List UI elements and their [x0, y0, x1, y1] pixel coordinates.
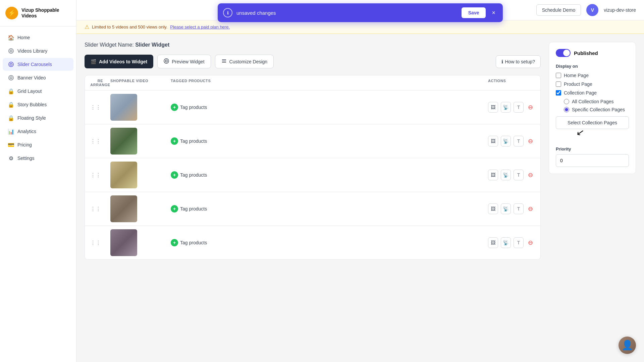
delete-row-button[interactable]: ⊖ — [526, 170, 535, 180]
drag-handle[interactable]: ⋮⋮ — [90, 172, 110, 178]
sidebar-item-analytics[interactable]: 📊 Analytics — [3, 125, 73, 138]
how-to-setup-button[interactable]: ℹ How to setup? — [496, 55, 541, 68]
delete-row-button[interactable]: ⊖ — [526, 238, 535, 247]
drag-handle[interactable]: ⋮⋮ — [90, 240, 110, 246]
sidebar-logo: ⚡ Vizup Shoppable Videos — [0, 0, 76, 26]
wifi-action-button[interactable]: 📡 — [501, 170, 511, 180]
sidebar-item-home[interactable]: 🏠 Home — [3, 31, 73, 44]
customize-design-button[interactable]: Customize Design — [215, 55, 274, 68]
sidebar-item-grid-layout[interactable]: 🔒 Grid Layout — [3, 85, 73, 98]
drag-handle[interactable]: ⋮⋮ — [90, 104, 110, 111]
sidebar-item-pricing[interactable]: 💳 Pricing — [3, 138, 73, 151]
text-action-button[interactable]: T — [514, 237, 524, 248]
collection-page-checkbox-item[interactable]: Collection Page — [556, 90, 629, 96]
text-action-button[interactable]: T — [514, 102, 524, 113]
pricing-icon: 💳 — [8, 142, 14, 148]
delete-row-button[interactable]: ⊖ — [526, 103, 535, 112]
support-avatar[interactable]: 👤 — [619, 337, 636, 354]
image-action-button[interactable]: 🖼 — [488, 203, 498, 214]
image-action-button[interactable]: 🖼 — [488, 136, 498, 146]
tag-products-button[interactable]: + Tag products — [171, 137, 488, 145]
svg-point-1 — [10, 50, 12, 52]
sidebar-item-label: Slider Carousels — [17, 62, 52, 67]
warning-text: Limited to 5 videos and 500 views only. — [92, 24, 167, 29]
sidebar-item-story-bubbles[interactable]: 🔒 Story Bubbles — [3, 98, 73, 111]
product-page-checkbox[interactable] — [556, 81, 561, 87]
save-button[interactable]: Save — [462, 7, 486, 18]
lock-icon: 🔒 — [8, 88, 14, 94]
tag-products-button[interactable]: + Tag products — [171, 104, 488, 111]
row-actions: 🖼 📡 T ⊖ — [488, 203, 535, 214]
wifi-action-button[interactable]: 📡 — [501, 203, 511, 214]
sidebar-item-banner-video[interactable]: Banner Video — [3, 71, 73, 84]
drag-handle[interactable]: ⋮⋮ — [90, 138, 110, 144]
banner-video-icon — [8, 75, 14, 81]
text-action-button[interactable]: T — [514, 136, 524, 146]
info-icon: ℹ — [223, 8, 232, 17]
all-collection-radio-item[interactable]: All Collection Pages — [564, 99, 629, 104]
drag-handle[interactable]: ⋮⋮ — [90, 206, 110, 212]
preview-widget-button[interactable]: Preview Widget — [157, 55, 211, 68]
text-action-button[interactable]: T — [514, 203, 524, 214]
specific-collection-radio-item[interactable]: Specific Collection Pages — [564, 107, 629, 112]
plus-icon: + — [171, 205, 178, 213]
image-action-button[interactable]: 🖼 — [488, 170, 498, 180]
sidebar-item-videos-library[interactable]: Videos Library — [3, 45, 73, 57]
sidebar-item-floating-style[interactable]: 🔒 Floating Style — [3, 112, 73, 124]
tag-products-button[interactable]: + Tag products — [171, 239, 488, 246]
widget-name: Slider Widget Name: Slider Widget — [85, 42, 541, 48]
app-logo-text: Vizup Shoppable Videos — [21, 7, 59, 19]
image-action-button[interactable]: 🖼 — [488, 237, 498, 248]
tag-products-button[interactable]: + Tag products — [171, 171, 488, 179]
user-avatar: V — [586, 4, 598, 16]
priority-input[interactable] — [556, 154, 629, 167]
svg-point-7 — [165, 60, 167, 62]
delete-row-button[interactable]: ⊖ — [526, 136, 535, 146]
add-videos-button[interactable]: 🎬 Add Videos to Widget — [85, 55, 153, 68]
sidebar-item-settings[interactable]: ⚙ Settings — [3, 152, 73, 165]
preview-icon — [164, 58, 169, 65]
table-row: ⋮⋮ + Tag products 🖼 📡 T ⊖ — [85, 158, 540, 192]
table-row: ⋮⋮ + Tag products 🖼 📡 T ⊖ — [85, 192, 540, 226]
product-page-label: Product Page — [564, 81, 592, 87]
video-thumbnail — [110, 128, 137, 155]
tag-products-label: Tag products — [180, 206, 207, 212]
specific-collection-radio[interactable] — [564, 107, 569, 112]
published-toggle[interactable] — [556, 49, 571, 57]
main-area: ℹ unsaved changes Save × Schedule Demo V… — [76, 0, 644, 362]
toggle-knob — [563, 50, 570, 56]
info-icon: ℹ — [501, 59, 503, 64]
all-collection-radio[interactable] — [564, 99, 569, 104]
schedule-demo-button[interactable]: Schedule Demo — [536, 4, 581, 16]
tag-products-button[interactable]: + Tag products — [171, 205, 488, 213]
home-page-checkbox[interactable] — [556, 73, 561, 78]
select-collection-button[interactable]: Select Collection Pages — [556, 116, 629, 129]
plus-icon: + — [171, 239, 178, 246]
tag-products-label: Tag products — [180, 240, 207, 245]
wifi-action-button[interactable]: 📡 — [501, 136, 511, 146]
wifi-action-button[interactable]: 📡 — [501, 237, 511, 248]
upgrade-plan-link[interactable]: Please select a paid plan here. — [170, 24, 230, 29]
home-page-checkbox-item[interactable]: Home Page — [556, 73, 629, 78]
sidebar-nav: 🏠 Home Videos Library Slider Carousels B… — [0, 26, 76, 362]
close-banner-button[interactable]: × — [490, 9, 497, 17]
delete-row-button[interactable]: ⊖ — [526, 204, 535, 214]
image-action-button[interactable]: 🖼 — [488, 102, 498, 113]
collection-page-checkbox[interactable] — [556, 90, 561, 96]
svg-point-2 — [9, 62, 13, 67]
sidebar-item-label: Pricing — [17, 142, 32, 147]
priority-section: Priority — [556, 146, 629, 167]
customize-icon — [221, 58, 227, 65]
product-page-checkbox-item[interactable]: Product Page — [556, 81, 629, 87]
sidebar-item-slider-carousels[interactable]: Slider Carousels — [3, 58, 73, 71]
videos-table: RE ARRANGE SHOPPABLE VIDEO TAGGED PRODUC… — [85, 75, 541, 260]
cursor-arrow-indicator: ↙ — [576, 127, 629, 145]
header-products: TAGGED PRODUCTS — [171, 79, 488, 87]
published-toggle-row: Published — [556, 49, 629, 57]
lock-icon: 🔒 — [8, 102, 14, 108]
sidebar-item-label: Home — [17, 35, 30, 40]
wifi-action-button[interactable]: 📡 — [501, 102, 511, 113]
text-action-button[interactable]: T — [514, 170, 524, 180]
sidebar-item-label: Settings — [17, 156, 35, 161]
video-thumbnail — [110, 229, 137, 256]
